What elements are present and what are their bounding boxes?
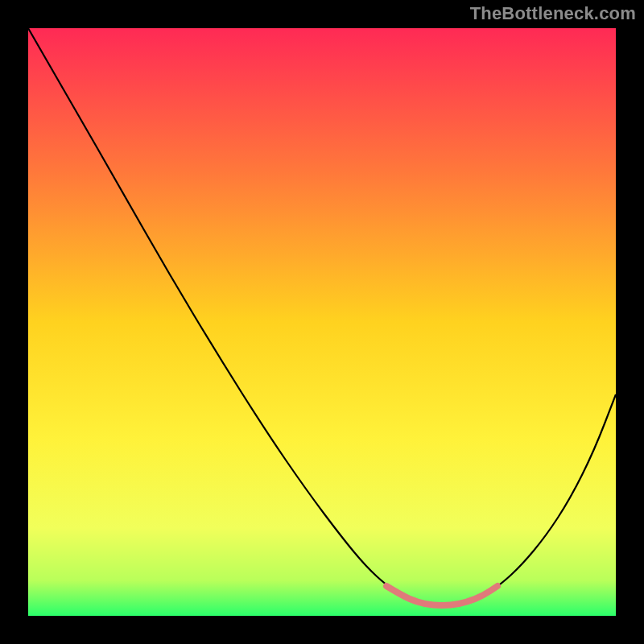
gradient-background [28,28,616,616]
bottleneck-chart [0,0,644,644]
chart-container: { "attribution": "TheBottleneck.com", "c… [0,0,644,644]
attribution-label: TheBottleneck.com [470,3,636,24]
